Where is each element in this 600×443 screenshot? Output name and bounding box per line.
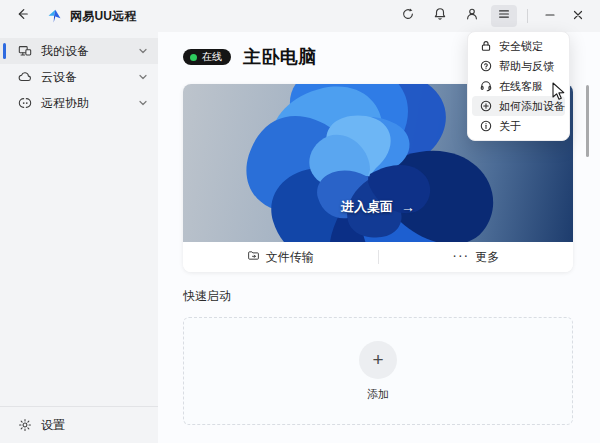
quick-launch-dropzone: + 添加 xyxy=(183,317,573,425)
about-icon xyxy=(480,120,492,132)
gear-icon xyxy=(18,418,32,432)
plus-icon: + xyxy=(372,350,383,369)
sidebar-item-label: 我的设备 xyxy=(41,43,138,60)
refresh-button[interactable] xyxy=(395,5,421,27)
enter-desktop-label: 进入桌面 xyxy=(341,198,393,216)
account-button[interactable] xyxy=(459,5,485,27)
file-transfer-icon xyxy=(247,249,260,265)
lock-icon xyxy=(480,40,492,52)
add-button[interactable]: + xyxy=(359,341,397,379)
sidebar-item-label: 远程协助 xyxy=(41,95,138,112)
headset-icon xyxy=(480,80,492,92)
back-icon xyxy=(15,7,29,25)
settings-label: 设置 xyxy=(41,417,140,434)
arrow-right-icon: → xyxy=(401,199,415,215)
enter-desktop-button[interactable]: 进入桌面 → xyxy=(341,198,415,216)
sidebar-item-cloud-devices[interactable]: 云设备 xyxy=(0,64,158,90)
chevron-down-icon[interactable] xyxy=(138,46,148,56)
menu-item-label: 在线客服 xyxy=(499,79,543,94)
sidebar-item-remote-assist[interactable]: 远程协助 xyxy=(0,90,158,116)
help-icon xyxy=(480,60,492,72)
file-transfer-label: 文件传输 xyxy=(266,249,314,266)
sidebar-item-my-devices[interactable]: 我的设备 xyxy=(0,38,158,64)
minimize-icon xyxy=(544,7,556,25)
sidebar-spacer xyxy=(0,116,158,406)
sidebar: 我的设备 云设备 远程协助 xyxy=(0,32,158,443)
app-window: 网易UU远程 xyxy=(0,0,600,443)
notifications-button[interactable] xyxy=(427,5,453,27)
bell-icon xyxy=(433,7,447,25)
online-dot-icon xyxy=(190,54,197,61)
quick-launch-title: 快速启动 xyxy=(183,288,574,305)
close-button[interactable] xyxy=(564,5,592,27)
user-icon xyxy=(465,7,479,25)
more-label: 更多 xyxy=(475,249,499,266)
app-logo-icon xyxy=(46,8,63,25)
cloud-icon xyxy=(18,70,32,84)
status-text: 在线 xyxy=(202,52,222,62)
menu-item-about[interactable]: 关于 xyxy=(472,116,565,136)
sidebar-item-label: 云设备 xyxy=(41,69,138,86)
menu-item-label: 安全锁定 xyxy=(499,39,543,54)
menu-item-label: 如何添加设备 xyxy=(499,99,565,114)
menu-item-label: 帮助与反馈 xyxy=(499,59,554,74)
status-badge: 在线 xyxy=(183,49,231,65)
close-icon xyxy=(572,7,584,25)
scrollbar-thumb[interactable] xyxy=(586,85,589,157)
add-device-icon xyxy=(480,100,492,112)
file-transfer-button[interactable]: 文件传输 xyxy=(183,242,378,272)
sidebar-item-settings[interactable]: 设置 xyxy=(0,407,158,443)
devices-icon xyxy=(18,44,32,58)
chevron-down-icon[interactable] xyxy=(138,98,148,108)
chevron-down-icon[interactable] xyxy=(138,72,148,82)
main-dropdown-menu: 安全锁定 帮助与反馈 在线客服 如何添加设备 关于 xyxy=(467,31,570,141)
back-button[interactable] xyxy=(10,5,34,27)
main-menu-button[interactable] xyxy=(491,5,517,27)
add-label: 添加 xyxy=(367,387,389,402)
remote-assist-icon xyxy=(18,96,32,110)
menu-item-security-lock[interactable]: 安全锁定 xyxy=(472,36,565,56)
device-card-actions: 文件传输 ··· 更多 xyxy=(183,242,573,272)
minimize-button[interactable] xyxy=(536,5,564,27)
menu-item-online-support[interactable]: 在线客服 xyxy=(472,76,565,96)
more-button[interactable]: ··· 更多 xyxy=(379,242,574,272)
app-title: 网易UU远程 xyxy=(70,8,137,25)
topbar-divider xyxy=(527,9,528,23)
hamburger-icon xyxy=(497,7,511,25)
menu-item-how-to-add-device[interactable]: 如何添加设备 xyxy=(472,96,565,116)
device-name: 主卧电脑 xyxy=(243,45,317,69)
selected-indicator xyxy=(3,43,6,59)
menu-item-label: 关于 xyxy=(499,119,521,134)
top-bar: 网易UU远程 xyxy=(0,0,600,32)
refresh-icon xyxy=(401,7,415,25)
menu-item-help-feedback[interactable]: 帮助与反馈 xyxy=(472,56,565,76)
